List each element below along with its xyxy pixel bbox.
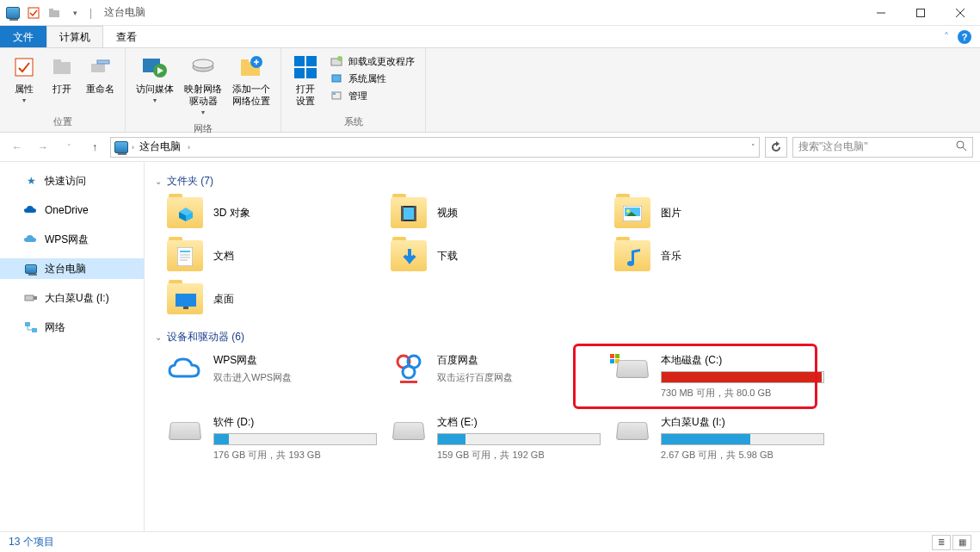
content-pane: ⌄文件夹 (7) 3D 对象 视频 图片 文档 下载 音乐 桌面 ⌄设备和驱动器… <box>145 162 980 531</box>
drive-e[interactable]: 文档 (E:)159 GB 可用，共 192 GB <box>391 415 606 462</box>
group-drives-label: 设备和驱动器 (6) <box>167 330 244 344</box>
tab-view[interactable]: 查看 <box>103 26 150 47</box>
minimize-button[interactable] <box>861 0 901 26</box>
star-icon: ★ <box>24 174 38 188</box>
close-button[interactable] <box>940 0 980 26</box>
view-details-button[interactable]: ≣ <box>932 535 951 550</box>
drive-baidu[interactable]: 百度网盘双击运行百度网盘 <box>391 353 606 400</box>
title-bar: ▾ | 这台电脑 <box>0 0 980 26</box>
rename-button[interactable]: 重命名 <box>83 52 118 114</box>
maximize-button[interactable] <box>901 0 940 26</box>
add-network-location-button[interactable]: 添加一个 网络位置 <box>229 52 274 121</box>
drive-sub: 730 MB 可用，共 80.0 GB <box>661 387 829 400</box>
nav-recent-dropdown[interactable]: ˅ <box>59 137 79 158</box>
drive-i[interactable]: 大白菜U盘 (I:)2.67 GB 可用，共 5.98 GB <box>614 415 829 462</box>
drive-wps[interactable]: WPS网盘双击进入WPS网盘 <box>167 353 382 400</box>
group-header-folders[interactable]: ⌄文件夹 (7) <box>155 174 970 189</box>
sidebar-item-network[interactable]: 网络 <box>0 317 144 338</box>
folder-3d-objects[interactable]: 3D 对象 <box>167 197 382 228</box>
sidebar-item-onedrive[interactable]: OneDrive <box>0 200 144 220</box>
access-media-button[interactable]: 访问媒体▾ <box>133 52 177 121</box>
folder-desktop[interactable]: 桌面 <box>167 283 382 314</box>
svg-point-46 <box>626 209 630 213</box>
drive-title: 软件 (D:) <box>213 415 382 430</box>
drive-usage-bar <box>437 433 601 445</box>
tab-computer[interactable]: 计算机 <box>46 26 103 47</box>
system-menu-icon[interactable] <box>3 3 22 22</box>
drive-sub: 2.67 GB 可用，共 5.98 GB <box>661 449 829 462</box>
sidebar-item-quick-access[interactable]: ★快速访问 <box>0 171 144 191</box>
address-dropdown-icon[interactable]: ˅ <box>751 143 755 152</box>
add-network-location-label: 添加一个 网络位置 <box>232 83 270 107</box>
nav-forward-button[interactable]: → <box>33 137 53 158</box>
sidebar-item-this-pc[interactable]: 这台电脑 <box>0 258 144 279</box>
map-drive-button[interactable]: 映射网络 驱动器▾ <box>181 52 225 121</box>
manage-button[interactable]: 管理 <box>326 88 418 103</box>
qat-properties-icon[interactable] <box>24 3 43 22</box>
computer-icon <box>114 141 128 153</box>
cloud-icon <box>167 353 203 384</box>
hdd-icon <box>614 353 650 384</box>
folder-label: 桌面 <box>213 292 234 307</box>
folder-downloads[interactable]: 下载 <box>391 240 606 271</box>
svg-rect-28 <box>333 93 336 95</box>
status-item-count: 13 个项目 <box>9 535 54 549</box>
search-placeholder: 搜索"这台电脑" <box>798 140 868 154</box>
folder-documents[interactable]: 文档 <box>167 240 382 271</box>
qat-dropdown-icon[interactable]: ▾ <box>65 3 84 22</box>
refresh-button[interactable] <box>765 137 787 158</box>
properties-button[interactable]: 属性▾ <box>7 52 41 114</box>
svg-rect-23 <box>306 68 317 78</box>
folder-label: 下载 <box>437 249 458 264</box>
qat-newfolder-icon[interactable] <box>45 3 64 22</box>
folder-label: 视频 <box>437 206 458 220</box>
hdd-icon <box>167 415 203 446</box>
breadcrumb-root[interactable]: 这台电脑 <box>139 140 181 154</box>
hdd-icon <box>391 415 427 446</box>
search-box[interactable]: 搜索"这台电脑" <box>792 137 973 158</box>
address-bar[interactable]: › 这台电脑› ˅ <box>110 137 760 158</box>
drive-d[interactable]: 软件 (D:)176 GB 可用，共 193 GB <box>167 415 382 462</box>
ribbon-collapse-icon[interactable]: ˄ <box>944 31 949 43</box>
folder-music[interactable]: 音乐 <box>614 240 829 271</box>
nav-bar: ← → ˅ ↑ › 这台电脑› ˅ 搜索"这台电脑" <box>0 133 980 162</box>
group-header-drives[interactable]: ⌄设备和驱动器 (6) <box>155 330 970 344</box>
drive-c[interactable]: 本地磁盘 (C:)730 MB 可用，共 80.0 GB <box>614 353 829 400</box>
window-title: 这台电脑 <box>104 5 145 20</box>
sidebar-item-usb[interactable]: 大白菜U盘 (I:) <box>0 288 144 308</box>
system-properties-button[interactable]: 系统属性 <box>326 71 418 86</box>
svg-rect-11 <box>97 60 109 64</box>
folder-pictures[interactable]: 图片 <box>614 197 829 228</box>
tab-file[interactable]: 文件 <box>0 26 46 47</box>
cloud-icon <box>24 203 38 217</box>
drive-title: 大白菜U盘 (I:) <box>661 415 829 430</box>
svg-point-25 <box>337 56 342 61</box>
drive-usage-bar <box>213 433 377 445</box>
nav-up-button[interactable]: ↑ <box>84 137 105 158</box>
drive-sub: 176 GB 可用，共 193 GB <box>213 449 382 462</box>
drive-title: 文档 (E:) <box>437 415 606 430</box>
sidebar-item-wps[interactable]: WPS网盘 <box>0 229 144 250</box>
open-button[interactable]: 打开 <box>45 52 79 114</box>
rename-label: 重命名 <box>86 83 114 95</box>
sidebar-label-onedrive: OneDrive <box>45 204 89 216</box>
folder-videos[interactable]: 视频 <box>391 197 606 228</box>
open-settings-button[interactable]: 打开 设置 <box>288 52 323 114</box>
svg-rect-56 <box>183 307 188 309</box>
sidebar-label-wps: WPS网盘 <box>45 233 89 247</box>
nav-back-button[interactable]: ← <box>7 137 28 158</box>
uninstall-button[interactable]: 卸载或更改程序 <box>326 53 418 69</box>
view-tiles-button[interactable]: ▦ <box>952 535 971 550</box>
svg-rect-55 <box>176 294 196 307</box>
cloud-icon <box>24 233 38 246</box>
drive-title: 百度网盘 <box>437 353 606 368</box>
help-icon[interactable]: ? <box>958 30 971 44</box>
svg-rect-20 <box>294 56 305 66</box>
drive-usage-bar <box>661 371 824 383</box>
svg-rect-62 <box>615 354 619 358</box>
group-system-label: 系统 <box>288 114 418 132</box>
uninstall-label: 卸载或更改程序 <box>348 55 415 68</box>
drive-sub: 双击运行百度网盘 <box>437 371 606 384</box>
open-label: 打开 <box>52 83 71 95</box>
svg-rect-1 <box>49 10 59 17</box>
